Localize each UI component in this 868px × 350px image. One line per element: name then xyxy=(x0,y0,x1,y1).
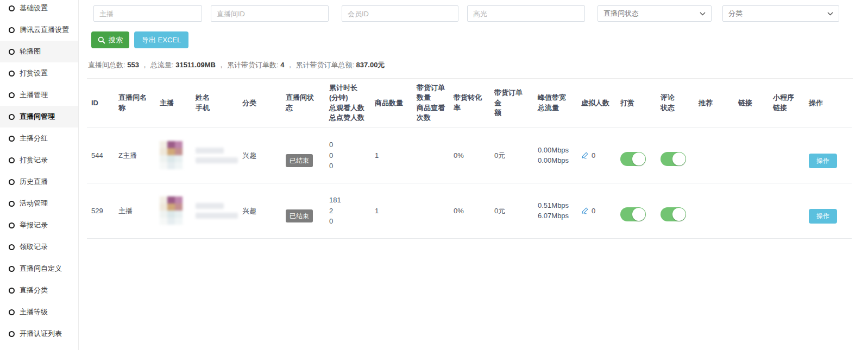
comment-toggle[interactable] xyxy=(661,207,686,221)
cell-reward xyxy=(616,128,656,183)
search-button[interactable]: 搜索 xyxy=(91,31,129,48)
sidebar-item-label: 领取记录 xyxy=(20,242,48,252)
room-id-input[interactable] xyxy=(211,5,329,22)
cell-name-phone xyxy=(191,183,238,238)
column-header: 评论 状态 xyxy=(656,79,694,128)
stat-label: 总流量: xyxy=(150,61,175,69)
anchor-avatar xyxy=(160,196,183,225)
sidebar-item[interactable]: 直播分类 xyxy=(0,279,78,301)
column-header: 链接 xyxy=(734,79,769,128)
cell-duration-stats: 181 2 0 xyxy=(325,183,370,238)
radio-circle-icon xyxy=(9,222,15,228)
cell-comment-status xyxy=(656,183,694,238)
radio-circle-icon xyxy=(9,27,15,33)
column-header: 虚拟人数 xyxy=(577,79,616,128)
cell-action: 操作 xyxy=(804,183,852,238)
cell-id: 529 xyxy=(87,183,114,238)
table-row: 529 主播 兴趣 已结束 181 2 0 1 0% 0元 0.51Mbps 6… xyxy=(87,183,852,238)
category-select[interactable]: 分类 xyxy=(722,5,839,22)
edit-icon[interactable] xyxy=(581,151,589,159)
member-id-input[interactable] xyxy=(342,5,458,22)
stat-label: 累计带货订单总额: xyxy=(295,61,356,69)
cell-id: 544 xyxy=(87,128,114,183)
export-excel-button[interactable]: 导出 EXCEL xyxy=(134,31,188,48)
sidebar-item[interactable]: 活动管理 xyxy=(0,193,78,214)
cell-goods-count: 1 xyxy=(370,128,412,183)
cell-anchor xyxy=(155,128,191,183)
cell-conversion-rate: 0% xyxy=(449,183,490,238)
highlight-input[interactable] xyxy=(467,5,585,22)
sidebar-item[interactable]: 历史直播 xyxy=(0,171,78,193)
redacted-name-phone xyxy=(196,148,234,163)
room-status-select[interactable]: 直播间状态 xyxy=(597,5,712,22)
stat-value: 837.00元 xyxy=(356,61,385,69)
export-excel-label: 导出 EXCEL xyxy=(142,35,181,45)
sidebar-item[interactable]: 打赏设置 xyxy=(0,62,78,84)
cell-room-name: 主播 xyxy=(114,183,155,238)
sidebar-item[interactable]: 举报记录 xyxy=(0,214,78,236)
column-header: 带货订单 数量 商品查看 次数 xyxy=(412,79,449,128)
sidebar-item[interactable]: 开播认证列表 xyxy=(0,323,78,345)
sidebar-item-label: 主播等级 xyxy=(20,307,48,317)
stat-value: 553 xyxy=(127,61,139,69)
sidebar-item[interactable]: 腾讯云直播设置 xyxy=(0,19,78,41)
comment-toggle[interactable] xyxy=(661,152,686,166)
column-header: 峰值带宽 总流量 xyxy=(533,79,577,128)
cell-link xyxy=(734,128,769,183)
cell-category: 兴趣 xyxy=(238,128,281,183)
reward-toggle[interactable] xyxy=(620,152,646,166)
cell-anchor xyxy=(155,183,191,238)
radio-circle-icon xyxy=(9,179,15,185)
column-header: 直播间名称 xyxy=(114,79,155,128)
column-header: 直播间状态 xyxy=(281,79,325,128)
cell-order-stats xyxy=(412,128,449,183)
sidebar-item[interactable]: 直播间管理 xyxy=(0,106,78,128)
cell-reward xyxy=(616,183,656,238)
cell-order-amount: 0元 xyxy=(490,183,533,238)
stat-value: 31511.09MB xyxy=(175,61,216,69)
action-button[interactable]: 操作 xyxy=(809,209,837,224)
edit-icon[interactable] xyxy=(581,207,589,214)
sidebar-item[interactable]: 轮播图 xyxy=(0,41,78,62)
chevron-down-icon xyxy=(827,12,833,16)
column-header: 带货订单金 额 xyxy=(490,79,533,128)
sidebar-item-label: 轮播图 xyxy=(20,47,41,56)
sidebar-item[interactable]: 直播间自定义 xyxy=(0,258,78,279)
sidebar-menu: 基础设置 腾讯云直播设置 轮播图 打赏设置 主播管理 直播间管理 主播分红 打赏… xyxy=(0,0,78,345)
anchor-input[interactable] xyxy=(93,5,202,22)
cell-virtual-count: 0 xyxy=(577,128,616,183)
sidebar-item-label: 直播间自定义 xyxy=(20,264,62,273)
radio-circle-icon xyxy=(9,309,15,315)
radio-circle-icon xyxy=(9,331,15,337)
cell-room-name: Z主播 xyxy=(114,128,155,183)
sidebar-item[interactable]: 基础设置 xyxy=(0,0,78,19)
sidebar-item[interactable]: 主播分红 xyxy=(0,128,78,149)
radio-circle-icon xyxy=(9,114,15,120)
search-button-label: 搜索 xyxy=(109,35,123,45)
cell-name-phone xyxy=(191,128,238,183)
toolbar: 搜索 导出 EXCEL xyxy=(91,31,853,48)
cell-goods-count: 1 xyxy=(370,183,412,238)
cell-recommend xyxy=(694,183,734,238)
cell-category: 兴趣 xyxy=(238,183,281,238)
sidebar-item[interactable]: 领取记录 xyxy=(0,236,78,258)
reward-toggle[interactable] xyxy=(620,207,646,221)
cell-mini-link xyxy=(769,128,804,183)
radio-circle-icon xyxy=(9,266,15,272)
filters-bar: 直播间状态 分类 xyxy=(93,5,853,22)
cell-recommend xyxy=(694,128,734,183)
action-button[interactable]: 操作 xyxy=(809,154,837,168)
status-badge: 已结束 xyxy=(286,154,313,167)
table-row: 544 Z主播 兴趣 已结束 0 0 0 1 0% 0元 0.00Mbps 0.… xyxy=(87,128,852,183)
sidebar-item[interactable]: 打赏记录 xyxy=(0,149,78,171)
cell-status: 已结束 xyxy=(281,128,325,183)
stat-value: 4 xyxy=(280,61,284,69)
column-header: 打赏 xyxy=(616,79,656,128)
radio-circle-icon xyxy=(9,244,15,250)
radio-circle-icon xyxy=(9,157,15,163)
sidebar-item-label: 主播分红 xyxy=(20,133,48,143)
cell-action: 操作 xyxy=(804,128,852,183)
sidebar-item[interactable]: 主播管理 xyxy=(0,84,78,106)
table-body: 544 Z主播 兴趣 已结束 0 0 0 1 0% 0元 0.00Mbps 0.… xyxy=(87,128,852,238)
sidebar-item[interactable]: 主播等级 xyxy=(0,301,78,323)
